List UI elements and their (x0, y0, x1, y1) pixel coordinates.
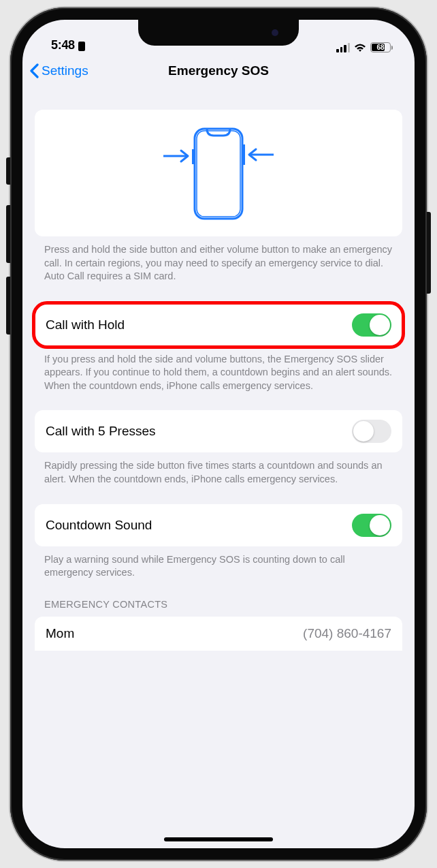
svg-rect-3 (197, 131, 240, 217)
status-time: 5:48 (51, 38, 75, 52)
home-indicator[interactable] (164, 837, 273, 841)
countdown-sound-label: Countdown Sound (46, 518, 152, 533)
contact-phone: (704) 860-4167 (303, 626, 391, 641)
call-with-hold-label: Call with Hold (46, 317, 125, 332)
screen: 5:48 68 (22, 20, 415, 848)
call-with-hold-toggle[interactable] (352, 313, 391, 337)
countdown-sound-footer: Play a warning sound while Emergency SOS… (35, 546, 402, 580)
illustration-footer-text: Press and hold the side button and eithe… (35, 236, 402, 283)
call-with-hold-footer: If you press and hold the side and volum… (35, 346, 402, 393)
notch (138, 20, 299, 46)
contact-name: Mom (46, 626, 74, 641)
cellular-signal-icon (336, 43, 350, 52)
nav-bar: Settings Emergency SOS (22, 54, 415, 88)
svg-rect-2 (195, 129, 242, 219)
call-with-hold-row[interactable]: Call with Hold (35, 304, 402, 346)
device-frame: 5:48 68 (10, 7, 427, 861)
chevron-left-icon (29, 63, 39, 78)
wifi-icon (354, 43, 366, 52)
countdown-sound-row[interactable]: Countdown Sound (35, 504, 402, 546)
battery-percent: 68 (376, 44, 384, 51)
battery-icon: 68 (370, 42, 393, 52)
emergency-contact-row[interactable]: Mom (704) 860-4167 (35, 617, 402, 651)
back-label: Settings (42, 63, 88, 78)
sos-illustration-card (35, 110, 402, 236)
call-with-5-toggle[interactable] (352, 420, 391, 443)
back-button[interactable]: Settings (29, 63, 88, 78)
svg-rect-4 (192, 149, 195, 164)
emergency-contacts-header: EMERGENCY CONTACTS (35, 580, 402, 614)
call-with-5-label: Call with 5 Presses (46, 424, 156, 439)
content-scroll[interactable]: Press and hold the side button and eithe… (22, 88, 415, 848)
call-with-5-footer: Rapidly pressing the side button five ti… (35, 452, 402, 486)
svg-rect-5 (242, 144, 245, 165)
page-title: Emergency SOS (168, 63, 269, 78)
rotation-lock-icon (77, 40, 86, 52)
countdown-sound-toggle[interactable] (352, 514, 391, 537)
phone-press-illustration (140, 122, 297, 224)
call-with-5-row[interactable]: Call with 5 Presses (35, 410, 402, 452)
